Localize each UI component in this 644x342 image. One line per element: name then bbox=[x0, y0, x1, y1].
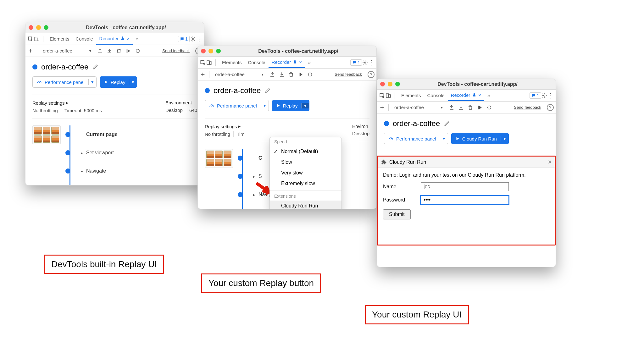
minimize-window-icon[interactable] bbox=[208, 49, 213, 53]
cloudy-dropdown-icon[interactable]: ▾ bbox=[501, 136, 508, 141]
send-feedback-link[interactable]: Send feedback bbox=[162, 48, 190, 53]
close-tab-icon[interactable]: × bbox=[127, 36, 130, 41]
performance-panel-button[interactable]: Performance panel ▾ bbox=[384, 133, 448, 144]
import-icon[interactable] bbox=[106, 48, 113, 54]
replay-button[interactable]: Replay ▾ bbox=[100, 76, 137, 88]
close-window-icon[interactable] bbox=[201, 49, 206, 53]
step-icon[interactable] bbox=[477, 104, 483, 111]
performance-panel-button[interactable]: Performance panel ▾ bbox=[32, 76, 97, 88]
device-icon[interactable] bbox=[385, 92, 391, 99]
import-icon[interactable] bbox=[458, 104, 464, 111]
step-icon[interactable] bbox=[297, 71, 304, 78]
devtools-window-dropdown: DevTools - coffee-cart.netlify.app/ Elem… bbox=[197, 46, 377, 209]
close-window-icon[interactable] bbox=[29, 25, 33, 30]
settings-gear-icon[interactable] bbox=[190, 36, 196, 42]
timeline-step-navigate[interactable]: ▸Navigate bbox=[73, 162, 118, 180]
replay-dropdown-icon[interactable]: ▾ bbox=[129, 79, 137, 85]
inspect-icon[interactable] bbox=[379, 92, 385, 99]
tab-console[interactable]: Console bbox=[245, 57, 269, 68]
export-icon[interactable] bbox=[448, 104, 455, 111]
settings-gear-icon[interactable] bbox=[362, 59, 368, 66]
kebab-menu-icon[interactable]: ⋮ bbox=[547, 92, 554, 99]
close-tab-icon[interactable]: × bbox=[299, 59, 302, 65]
extension-option-cloudy[interactable]: Cloudy Run Run bbox=[270, 201, 341, 209]
replay-button[interactable]: Replay ▾ bbox=[272, 100, 310, 111]
inspect-icon[interactable] bbox=[200, 59, 206, 66]
speed-option-slow[interactable]: Slow bbox=[270, 157, 341, 168]
maximize-window-icon[interactable] bbox=[44, 25, 48, 30]
maximize-window-icon[interactable] bbox=[395, 82, 400, 86]
send-feedback-link[interactable]: Send feedback bbox=[514, 105, 541, 110]
help-icon[interactable]: ? bbox=[547, 104, 554, 111]
recording-selector[interactable]: order-a-coffee▾ bbox=[213, 71, 266, 78]
traffic-lights[interactable] bbox=[380, 82, 400, 86]
speed-option-very-slow[interactable]: Very slow bbox=[270, 168, 341, 178]
send-feedback-link[interactable]: Send feedback bbox=[335, 72, 362, 77]
help-icon[interactable]: ? bbox=[368, 71, 375, 78]
add-recording-icon[interactable]: + bbox=[200, 71, 206, 78]
name-input[interactable] bbox=[421, 182, 509, 191]
recording-selector[interactable]: order-a-coffee ▾ bbox=[40, 47, 94, 54]
step-icon[interactable] bbox=[125, 48, 131, 54]
tab-recorder[interactable]: Recorder× bbox=[448, 90, 484, 101]
breakpoint-icon[interactable] bbox=[307, 71, 313, 78]
import-icon[interactable] bbox=[279, 71, 285, 78]
performance-panel-button[interactable]: Performance panel ▾ bbox=[205, 100, 269, 111]
add-recording-icon[interactable]: + bbox=[27, 48, 34, 54]
export-icon[interactable] bbox=[269, 71, 275, 78]
close-tab-icon[interactable]: × bbox=[478, 92, 481, 98]
export-icon[interactable] bbox=[97, 48, 103, 54]
recording-selector-label: order-a-coffee bbox=[43, 48, 72, 53]
minimize-window-icon[interactable] bbox=[36, 25, 41, 30]
replay-dropdown-icon[interactable]: ▾ bbox=[301, 103, 309, 108]
delete-icon[interactable] bbox=[288, 71, 294, 78]
speed-option-normal[interactable]: Normal (Default) bbox=[270, 146, 341, 157]
breakpoint-icon[interactable] bbox=[135, 48, 141, 54]
tab-console[interactable]: Console bbox=[73, 33, 96, 45]
performance-dropdown-icon[interactable]: ▾ bbox=[88, 79, 96, 85]
more-tabs-icon[interactable]: » bbox=[484, 90, 493, 101]
breakpoint-icon[interactable] bbox=[486, 104, 492, 111]
tab-recorder[interactable]: Recorder × bbox=[96, 33, 133, 45]
performance-dropdown-icon[interactable]: ▾ bbox=[440, 136, 448, 141]
replay-settings-header[interactable]: Replay settings ▸ bbox=[205, 124, 244, 129]
add-recording-icon[interactable]: + bbox=[379, 104, 385, 111]
close-window-icon[interactable] bbox=[380, 82, 385, 86]
tab-elements[interactable]: Elements bbox=[219, 57, 245, 68]
kebab-menu-icon[interactable]: ⋮ bbox=[368, 59, 375, 66]
tab-elements[interactable]: Elements bbox=[398, 90, 424, 101]
close-panel-icon[interactable]: × bbox=[548, 158, 552, 166]
submit-button[interactable]: Submit bbox=[383, 209, 411, 219]
more-tabs-icon[interactable]: » bbox=[305, 57, 314, 68]
tab-elements[interactable]: Elements bbox=[47, 33, 73, 45]
messages-badge[interactable]: 1 bbox=[530, 92, 541, 99]
password-input[interactable] bbox=[421, 196, 509, 204]
edit-icon[interactable] bbox=[264, 87, 271, 94]
device-icon[interactable] bbox=[34, 36, 40, 42]
more-tabs-icon[interactable]: » bbox=[133, 33, 142, 45]
edit-icon[interactable] bbox=[444, 120, 450, 127]
extension-panel-header: Cloudy Run Run × bbox=[378, 157, 555, 168]
tab-recorder[interactable]: Recorder× bbox=[269, 57, 305, 68]
minimize-window-icon[interactable] bbox=[388, 82, 392, 86]
speed-option-extremely-slow[interactable]: Extremely slow bbox=[270, 178, 341, 189]
inspect-icon[interactable] bbox=[27, 36, 34, 42]
traffic-lights[interactable] bbox=[29, 25, 48, 30]
timeline-step-viewport[interactable]: ▸Set viewport bbox=[73, 144, 118, 162]
messages-badge[interactable]: 1 bbox=[178, 36, 190, 42]
performance-dropdown-icon[interactable]: ▾ bbox=[261, 103, 269, 108]
maximize-window-icon[interactable] bbox=[216, 49, 221, 53]
traffic-lights[interactable] bbox=[201, 49, 221, 53]
timeline-step-current[interactable]: ▸Current page bbox=[73, 125, 118, 144]
cloudy-run-button[interactable]: Cloudy Run Run ▾ bbox=[451, 133, 509, 144]
kebab-menu-icon[interactable]: ⋮ bbox=[196, 36, 202, 42]
delete-icon[interactable] bbox=[467, 104, 474, 111]
messages-badge[interactable]: 1 bbox=[350, 59, 362, 66]
recording-selector[interactable]: order-a-coffee▾ bbox=[392, 104, 445, 111]
settings-gear-icon[interactable] bbox=[541, 92, 547, 99]
edit-icon[interactable] bbox=[92, 64, 98, 70]
replay-settings-header[interactable]: Replay settings ▸ bbox=[32, 100, 102, 106]
tab-console[interactable]: Console bbox=[424, 90, 448, 101]
device-icon[interactable] bbox=[206, 59, 212, 66]
delete-icon[interactable] bbox=[116, 48, 122, 54]
